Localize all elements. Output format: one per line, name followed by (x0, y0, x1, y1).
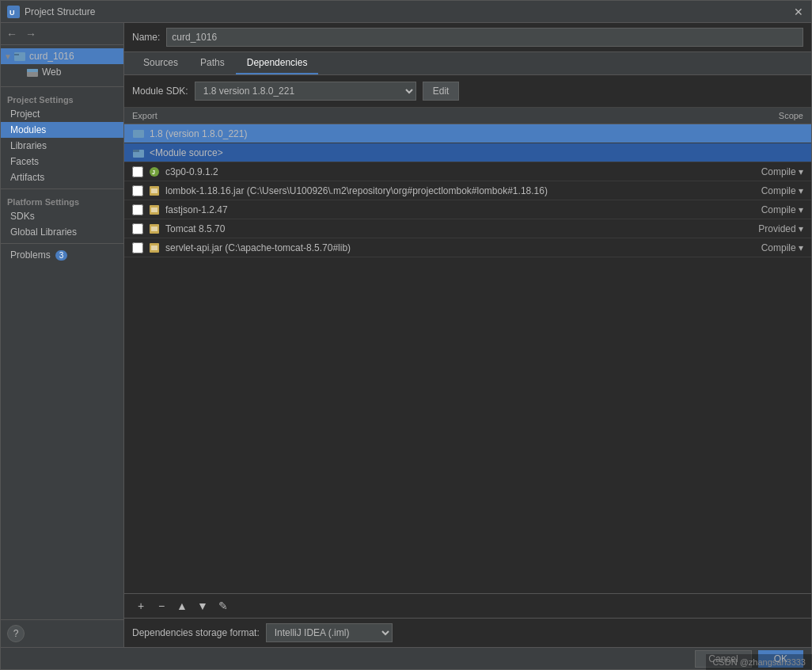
svg-text:U: U (9, 9, 15, 17)
servlet-icon (148, 242, 161, 254)
tree-root-label: curd_1016 (29, 51, 74, 62)
nav-toolbar: ← → (1, 23, 123, 45)
export-col-header: Export (132, 111, 180, 120)
name-label: Name: (132, 32, 160, 43)
sidebar-divider-1 (1, 86, 123, 87)
platform-settings-section: Platform Settings (1, 192, 123, 208)
svg-rect-5 (27, 69, 38, 72)
status-bar: CSDN @zhangsan3333 Cancel OK (1, 647, 811, 669)
name-input[interactable] (166, 28, 803, 47)
app-icon: U (7, 6, 20, 18)
module-tree: ▼ curd_1016 Web (1, 45, 123, 83)
tree-arrow: ▼ (4, 52, 13, 61)
dep-row-fastjson[interactable]: fastjson-1.2.47 Compile ▾ (124, 200, 811, 219)
dep-row-servlet[interactable]: servlet-api.jar (C:\apache-tomcat-8.5.70… (124, 238, 811, 257)
sidebar-item-sdks[interactable]: SDKs (1, 208, 123, 224)
svg-rect-2 (14, 52, 25, 61)
storage-row: Dependencies storage format: IntelliJ ID… (124, 618, 811, 647)
sdk-label: Module SDK: (132, 86, 188, 97)
svg-rect-8 (133, 150, 139, 152)
tab-sources[interactable]: Sources (132, 52, 189, 74)
sidebar-divider-2 (1, 188, 123, 189)
add-dep-button[interactable]: + (132, 597, 150, 615)
svg-rect-3 (14, 54, 19, 55)
svg-rect-6 (133, 130, 144, 138)
dep-row-lombok[interactable]: lombok-1.18.16.jar (C:\Users\U100926\.m2… (124, 181, 811, 200)
web-icon (26, 66, 39, 78)
dep-sdk-name: 1.8 (version 1.8.0_221) (150, 128, 724, 139)
watermark: CSDN @zhangsan3333 (706, 654, 812, 670)
move-down-button[interactable]: ▼ (194, 597, 211, 615)
sidebar-item-libraries[interactable]: Libraries (1, 138, 123, 154)
tomcat-icon (148, 223, 161, 235)
title-text: Project Structure (25, 6, 792, 17)
dep-tomcat-checkbox[interactable] (132, 223, 143, 234)
sidebar: ← → ▼ curd_1016 (1, 23, 124, 647)
fastjson-icon (148, 204, 161, 216)
deps-header: Export Scope (124, 108, 811, 124)
storage-label: Dependencies storage format: (132, 627, 260, 638)
dep-fastjson-checkbox[interactable] (132, 204, 143, 215)
dep-servlet-scope[interactable]: Compile ▾ (724, 242, 803, 253)
problems-badge: 3 (55, 250, 68, 261)
remove-dep-button[interactable]: − (153, 597, 170, 615)
main-content: ← → ▼ curd_1016 (1, 23, 811, 647)
c3p0-icon: J (148, 166, 161, 178)
name-row: Name: (124, 23, 811, 52)
dep-tomcat-scope[interactable]: Provided ▾ (724, 223, 803, 234)
right-panel: Name: Sources Paths Dependencies Module … (124, 23, 811, 647)
tree-web-item[interactable]: Web (1, 64, 123, 80)
dep-fastjson-scope[interactable]: Compile ▾ (724, 204, 803, 215)
move-up-button[interactable]: ▲ (173, 597, 191, 615)
bottom-toolbar: + − ▲ ▼ ✎ (124, 593, 811, 618)
tab-dependencies[interactable]: Dependencies (236, 52, 319, 74)
dep-row-c3p0[interactable]: J c3p0-0.9.1.2 Compile ▾ (124, 162, 811, 181)
dep-lombok-checkbox[interactable] (132, 185, 143, 196)
sidebar-divider-3 (1, 243, 123, 244)
svg-text:J: J (152, 169, 155, 175)
dependencies-list: 1.8 (version 1.8.0_221) <Module source> (124, 124, 811, 593)
project-structure-window: U Project Structure ✕ ← → ▼ curd_1016 (0, 0, 812, 670)
module-icon (13, 50, 26, 63)
sidebar-item-facets[interactable]: Facets (1, 154, 123, 169)
lombok-icon (148, 185, 161, 197)
dep-source-name: <Module source> (150, 147, 724, 158)
help-button[interactable]: ? (7, 625, 25, 642)
sidebar-item-problems[interactable]: Problems 3 (1, 247, 123, 263)
tree-root-item[interactable]: ▼ curd_1016 (1, 48, 123, 64)
sdk-select[interactable]: 1.8 version 1.8.0_221 (195, 82, 416, 101)
dep-fastjson-name: fastjson-1.2.47 (165, 204, 724, 215)
sidebar-item-artifacts[interactable]: Artifacts (1, 169, 123, 185)
edit-sdk-button[interactable]: Edit (423, 82, 460, 101)
dep-lombok-scope[interactable]: Compile ▾ (724, 185, 803, 196)
tab-paths[interactable]: Paths (189, 52, 236, 74)
dep-row-tomcat[interactable]: Tomcat 8.5.70 Provided ▾ (124, 219, 811, 238)
source-row-icon (132, 147, 145, 159)
title-bar: U Project Structure ✕ (1, 1, 811, 23)
sidebar-item-global-libraries[interactable]: Global Libraries (1, 224, 123, 240)
sidebar-item-project[interactable]: Project (1, 106, 123, 122)
tabs-row: Sources Paths Dependencies (124, 52, 811, 75)
project-settings-section: Project Settings (1, 90, 123, 106)
sdk-row-icon (132, 128, 145, 140)
dep-c3p0-name: c3p0-0.9.1.2 (165, 166, 724, 177)
dep-tomcat-name: Tomcat 8.5.70 (165, 223, 724, 234)
scope-col-header: Scope (724, 111, 803, 120)
sidebar-item-modules[interactable]: Modules (1, 122, 123, 138)
dep-row-sdk[interactable]: 1.8 (version 1.8.0_221) (124, 124, 811, 143)
dep-row-source[interactable]: <Module source> (124, 143, 811, 162)
dep-c3p0-scope[interactable]: Compile ▾ (724, 166, 803, 177)
dep-servlet-name: servlet-api.jar (C:\apache-tomcat-8.5.70… (165, 242, 724, 253)
sdk-row: Module SDK: 1.8 version 1.8.0_221 Edit (124, 75, 811, 108)
back-button[interactable]: ← (4, 26, 20, 42)
storage-select[interactable]: IntelliJ IDEA (.iml) (266, 623, 393, 642)
dep-servlet-checkbox[interactable] (132, 242, 143, 253)
tree-web-label: Web (42, 67, 61, 78)
edit-dep-button[interactable]: ✎ (214, 597, 232, 615)
forward-button[interactable]: → (23, 26, 39, 42)
close-button[interactable]: ✕ (792, 6, 805, 18)
dep-lombok-name: lombok-1.18.16.jar (C:\Users\U100926\.m2… (165, 185, 724, 196)
dep-c3p0-checkbox[interactable] (132, 166, 143, 177)
